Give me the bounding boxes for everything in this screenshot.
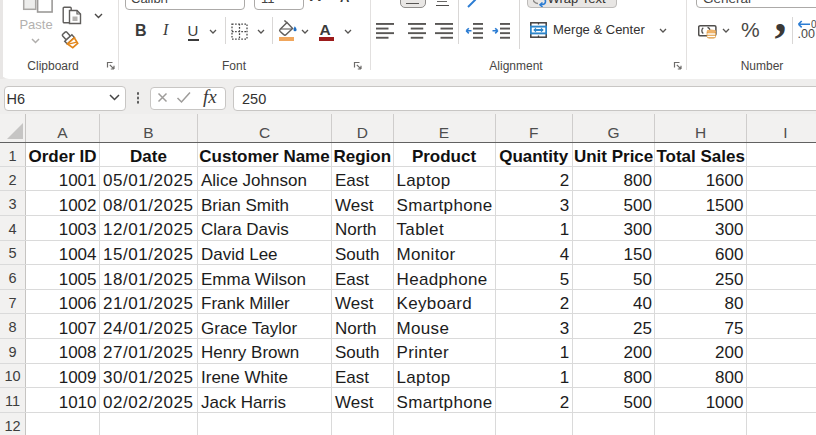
svg-text:.00: .00 xyxy=(798,27,815,39)
